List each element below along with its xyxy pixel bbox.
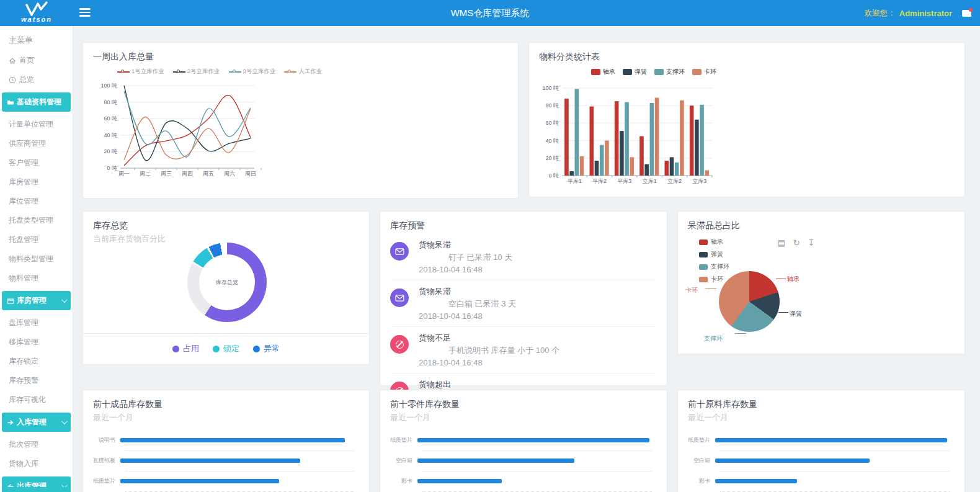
legend-label: 轴承 — [711, 238, 723, 246]
legend-item[interactable]: 支撑环 — [699, 262, 729, 271]
sidebar-item-16[interactable]: 库存锁定 — [0, 352, 73, 371]
refresh-icon[interactable]: ↻ — [793, 238, 800, 248]
hbar-track — [715, 438, 950, 442]
legend-item[interactable]: 轴承 — [699, 238, 729, 246]
svg-text:周六: 周六 — [224, 171, 235, 177]
legend-item[interactable]: 人工作业 — [284, 68, 322, 76]
card-title: 库存总览 — [83, 212, 369, 231]
sidebar-item-20[interactable]: 批次管理 — [0, 435, 73, 454]
sidebar-item-5[interactable]: 供应商管理 — [0, 134, 73, 153]
mail-icon — [390, 288, 409, 307]
sidebar-item-10[interactable]: 托盘管理 — [0, 230, 73, 249]
download-icon[interactable]: ↧ — [808, 238, 815, 248]
sidebar-item-label: 基础资料管理 — [17, 97, 61, 107]
sidebar-item-label: 入库管理 — [17, 417, 47, 427]
message-icon[interactable] — [962, 10, 971, 17]
hbar-label: 彩卡 — [386, 477, 417, 485]
alert-time: 2018-10-04 16:48 — [419, 265, 657, 274]
sidebar-section-3[interactable]: 基础资料管理 — [2, 92, 71, 112]
legend-swatch-icon — [692, 69, 702, 75]
pie-slice-label: 卡环 — [685, 286, 698, 295]
weekly-io-line-chart: 0 吨20 吨40 吨60 吨80 吨100 吨周一周二周三周四周五周六周日 — [86, 78, 284, 195]
alert-row: 货物不足手机说明书 库存量 小于 100 个2018-10-04 16:48 — [390, 327, 657, 373]
legend-label: 支撑环 — [666, 68, 685, 76]
sidebar-item-18[interactable]: 库存可视化 — [0, 390, 73, 409]
legend-item[interactable]: 弹簧 — [699, 250, 729, 259]
sidebar-item-label: 库存可视化 — [9, 395, 46, 405]
alert-row: 货物呆滞空白箱 已呆滞 3 天2018-10-04 16:48 — [390, 280, 657, 327]
sidebar-section-partial[interactable] — [2, 487, 71, 492]
legend-item[interactable]: 3号立库作业 — [229, 68, 276, 76]
hbar-label: 纸质垫片 — [89, 477, 120, 485]
sidebar-item-21[interactable]: 货物入库 — [0, 454, 73, 473]
donut-center-label: 库存总览 — [187, 279, 267, 287]
legend-swatch-icon — [699, 264, 708, 270]
legend-item[interactable]: 弹簧 — [623, 68, 647, 76]
legend-marker-icon — [284, 71, 296, 73]
username[interactable]: Administrator — [899, 9, 952, 18]
pie-label-line — [778, 312, 788, 313]
sidebar-item-11[interactable]: 物料类型管理 — [0, 249, 73, 269]
sidebar-item-12[interactable]: 物料管理 — [0, 269, 73, 288]
svg-text:立库1: 立库1 — [643, 178, 657, 184]
sidebar-item-8[interactable]: 库位管理 — [0, 192, 73, 211]
bar-chart-legend: 轴承弹簧支撑环卡环 — [591, 68, 716, 76]
legend-label: 2号立库作业 — [187, 68, 220, 76]
chevron-down-icon — [61, 418, 68, 424]
svg-text:80 吨: 80 吨 — [545, 102, 559, 109]
sidebar-item-15[interactable]: 移库管理 — [0, 333, 73, 352]
folder-icon — [7, 99, 14, 106]
card-title: 呆滞品总占比 — [678, 212, 964, 231]
svg-text:40 吨: 40 吨 — [104, 132, 117, 138]
alert-desc: 钉子 已呆滞 10 天 — [419, 252, 657, 263]
sidebar-item-7[interactable]: 库房管理 — [0, 172, 73, 192]
sidebar-item-17[interactable]: 库存预警 — [0, 371, 73, 390]
material-bar-chart: 0 吨20 吨40 吨60 吨80 吨100 吨平库1平库2平库3立库1立库2立… — [529, 78, 740, 217]
alert-desc: 空白箱 已呆滞 3 天 — [419, 298, 657, 310]
hbar-label: 空白箱 — [386, 457, 417, 465]
sidebar-item-2[interactable]: 总览 — [0, 70, 73, 89]
sidebar-item-6[interactable]: 客户管理 — [0, 153, 73, 172]
sidebar-item-14[interactable]: 盘库管理 — [0, 313, 73, 333]
card-title: 库存预警 — [380, 212, 667, 231]
legend-dot-icon — [172, 346, 179, 352]
legend-label: 锁定 — [223, 343, 239, 354]
sidebar-section-19[interactable]: 入库管理 — [2, 413, 71, 432]
svg-text:周五: 周五 — [203, 171, 214, 177]
pie-label-line — [776, 279, 786, 279]
legend-item[interactable]: 轴承 — [591, 68, 615, 76]
alert-time: 2018-10-04 16:48 — [419, 358, 657, 367]
sidebar-item-9[interactable]: 托盘类型管理 — [0, 211, 73, 230]
data-view-icon[interactable]: ▤ — [777, 238, 785, 248]
legend-item[interactable]: 支撑环 — [654, 68, 685, 76]
hbar-track — [417, 479, 652, 483]
legend-item[interactable]: 卡环 — [692, 68, 716, 76]
legend-item[interactable]: 锁定 — [213, 343, 239, 354]
card-material-stats: 物料分类统计表 轴承弹簧支撑环卡环 0 吨20 吨40 吨60 吨80 吨100… — [528, 42, 965, 197]
svg-text:40 吨: 40 吨 — [545, 138, 559, 144]
card-stock-alerts: 库存预警 货物呆滞钉子 已呆滞 10 天2018-10-04 16:48货物呆滞… — [380, 211, 667, 386]
svg-text:60 吨: 60 吨 — [545, 120, 559, 126]
box-icon — [7, 297, 14, 305]
alert-title: 货物不足 — [419, 333, 657, 344]
legend-item[interactable]: 异常 — [253, 343, 280, 354]
card-top-parts: 前十零件库存数量 最近一个月 纸质垫片空白箱彩卡说明书 — [380, 390, 667, 492]
sidebar-section-13[interactable]: 库房管理 — [2, 291, 71, 310]
app-title: WMS仓库管理系统 — [0, 0, 980, 26]
legend-item[interactable]: 1号立库作业 — [117, 68, 164, 76]
sidebar-item-label: 首页 — [19, 55, 34, 66]
svg-text:0 吨: 0 吨 — [107, 165, 117, 171]
legend-label: 弹簧 — [711, 250, 723, 259]
pie-label-line — [735, 333, 746, 334]
card-title: 前十成品库存数量 — [83, 390, 369, 410]
hbar-fill — [715, 438, 947, 442]
sidebar-item-1[interactable]: 首页 — [0, 51, 73, 70]
sidebar-item-4[interactable]: 计量单位管理 — [0, 115, 73, 134]
hbar-row: 说明书 — [89, 430, 363, 450]
card-title: 前十原料库存数量 — [678, 390, 964, 410]
sidebar-item-label: 库房管理 — [17, 295, 47, 306]
mail-icon — [390, 242, 409, 261]
svg-text:平库3: 平库3 — [617, 178, 631, 184]
legend-item[interactable]: 2号立库作业 — [173, 68, 220, 76]
legend-item[interactable]: 占用 — [172, 343, 199, 354]
